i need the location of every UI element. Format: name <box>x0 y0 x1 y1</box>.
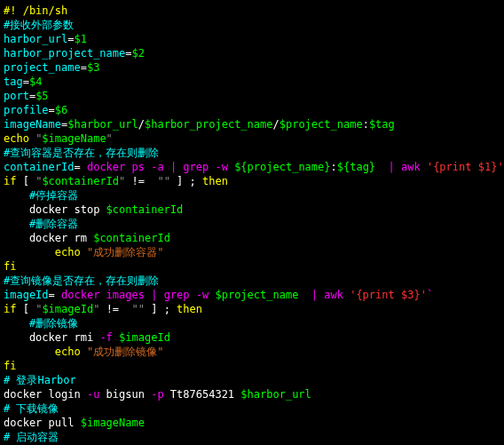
code-token: "" <box>132 303 145 315</box>
code-token: $project_name <box>215 289 298 301</box>
code-token: $imageId <box>42 303 93 315</box>
code-token: $containerId <box>42 175 119 187</box>
code-token <box>4 346 55 358</box>
code-token <box>4 189 29 202</box>
code-token: = <box>23 75 29 88</box>
code-line: echo "成功删除镜像" <box>4 345 500 359</box>
code-line: # 登录Harbor <box>4 373 500 387</box>
shell-script-code[interactable]: #! /bin/sh#接收外部参数harbor_url=$1harbor_pro… <box>4 4 500 445</box>
code-line: fi <box>4 359 500 373</box>
code-line: echo "成功删除容器" <box>4 245 500 259</box>
code-token: / <box>138 118 145 131</box>
code-line: harbor_url=$1 <box>4 32 500 46</box>
code-line: containerId= docker ps -a | grep -w ${pr… <box>4 160 500 174</box>
code-line: docker login -u bigsun -p Tt87654321 $ha… <box>4 387 500 401</box>
code-token: -f <box>99 331 119 344</box>
code-token: # 下载镜像 <box>4 402 59 415</box>
code-token: $imageName <box>42 132 106 145</box>
code-token: #! /bin/sh <box>4 4 67 17</box>
code-token: $containerId <box>106 203 184 216</box>
code-token: -p <box>151 388 163 401</box>
code-token: $6 <box>55 104 67 116</box>
code-token: project_name <box>4 61 81 74</box>
code-token: '{print $3}' <box>350 289 427 301</box>
code-token: imageId <box>4 289 49 301</box>
code-token: ] ; <box>145 303 177 315</box>
code-token: [ <box>16 175 35 187</box>
code-token: = <box>49 104 55 116</box>
code-token: # 启动容器 <box>4 431 59 443</box>
code-line: #查询镜像是否存在，存在则删除 <box>4 274 500 288</box>
code-token: #接收外部参数 <box>4 19 74 31</box>
code-token: then <box>177 303 202 315</box>
code-line: # 下载镜像 <box>4 401 500 416</box>
code-token: $imageId <box>119 331 170 344</box>
code-token: # 登录Harbor <box>4 374 76 386</box>
code-token: ${project_name} <box>234 161 330 173</box>
code-token: $1 <box>74 33 86 45</box>
code-line: port=$5 <box>4 89 500 103</box>
code-line: docker rmi -f $imageId <box>4 330 500 345</box>
code-token: #查询镜像是否存在，存在则删除 <box>4 274 159 287</box>
code-line: echo "$imageName" <box>4 131 500 146</box>
code-token: then <box>202 175 228 187</box>
code-token: echo <box>4 132 35 145</box>
code-token: echo <box>55 246 87 258</box>
code-token: "成功删除容器" <box>87 246 163 258</box>
code-token: fi <box>4 360 16 372</box>
code-token: = <box>74 161 80 173</box>
code-line: harbor_project_name=$2 <box>4 46 500 60</box>
code-line: # 启动容器 <box>4 430 500 444</box>
code-token: $harbor_project_name <box>145 118 273 131</box>
code-token: : <box>363 118 369 131</box>
code-token: docker rm <box>4 232 93 244</box>
code-token: #删除容器 <box>29 218 78 230</box>
code-token: docker pull <box>4 417 81 429</box>
code-token: profile <box>4 104 49 116</box>
code-token: | awk <box>375 161 427 173</box>
code-token: $4 <box>29 75 42 88</box>
code-token <box>4 218 29 230</box>
code-line: #查询容器是否存在，存在则删除 <box>4 146 500 160</box>
code-token: harbor_project_name <box>4 47 125 60</box>
code-line: tag=$4 <box>4 75 500 89</box>
code-line: #接收外部参数 <box>4 18 500 32</box>
code-token: " <box>106 132 113 145</box>
code-token: if <box>4 303 16 315</box>
code-token: = <box>81 61 87 74</box>
code-token: $imageName <box>81 417 145 429</box>
code-line: #删除镜像 <box>4 316 500 330</box>
code-token: -u <box>87 388 99 401</box>
code-line: #! /bin/sh <box>4 4 500 18</box>
code-token: -w <box>215 161 234 173</box>
code-token: $harbor_url <box>67 118 138 131</box>
code-token: $5 <box>35 90 48 102</box>
code-line: profile=$6 <box>4 103 500 117</box>
code-token: ] ; <box>170 175 202 187</box>
code-token: / <box>272 118 279 131</box>
code-token: = <box>49 289 55 301</box>
code-token: port <box>4 90 29 102</box>
code-token: tag <box>4 75 23 88</box>
code-token: $tag <box>369 118 395 131</box>
code-line: imageName=$harbor_url/$harbor_project_na… <box>4 117 500 131</box>
code-line: #删除容器 <box>4 217 500 231</box>
code-line: #停掉容器 <box>4 188 500 203</box>
code-token: fi <box>4 260 16 273</box>
code-token: imageName <box>4 118 61 131</box>
code-line: docker rm $containerId <box>4 231 500 245</box>
code-token: "" <box>157 175 169 187</box>
code-token: | grep <box>164 161 216 173</box>
code-token: ${tag} <box>337 161 375 173</box>
code-line: fi <box>4 259 500 274</box>
code-token: docker images | grep <box>55 289 196 301</box>
code-token: docker login <box>4 388 87 401</box>
code-token: harbor_url <box>4 33 67 45</box>
code-token: != <box>125 175 157 187</box>
code-token <box>4 317 29 330</box>
code-line: if [ "$imageId" != "" ] ; then <box>4 302 500 316</box>
code-token: '{print $1}' <box>427 161 504 173</box>
code-line: if [ "$containerId" != "" ] ; then <box>4 174 500 188</box>
code-line: project_name=$3 <box>4 60 500 75</box>
code-token: $containerId <box>93 232 170 244</box>
